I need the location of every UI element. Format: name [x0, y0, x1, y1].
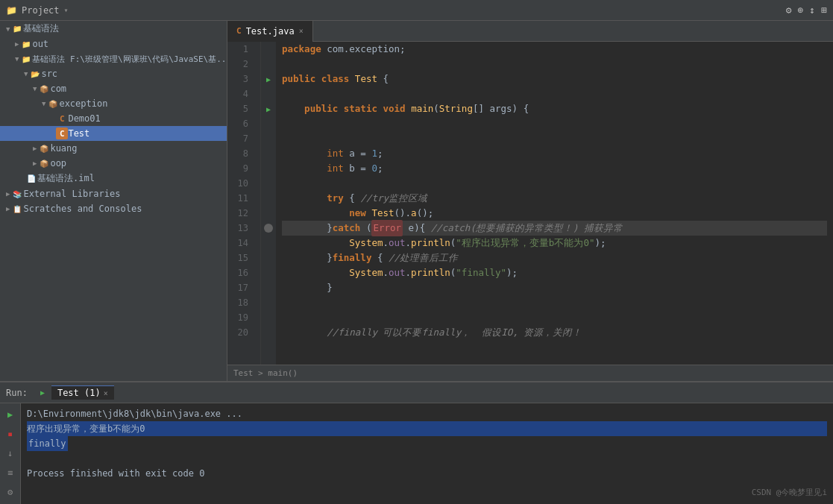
panel-content: ▶ ▪ ↓ ≡ ⚙ D:\Environment\jdk8\jdk\bin\ja…	[0, 403, 833, 504]
split-icon[interactable]: ↕	[809, 4, 815, 16]
sidebar-item-label: 基础语法	[23, 22, 59, 35]
code-line-1: package com.exception;	[282, 42, 827, 57]
line-num-17: 17	[227, 280, 254, 295]
java-file-icon: C	[236, 26, 242, 36]
line-num-9: 9	[227, 161, 254, 176]
stop-button[interactable]: ▪	[2, 426, 19, 442]
sidebar-item-oop[interactable]: ▶ 📦 oop	[0, 156, 227, 171]
line-num-7: 7	[227, 131, 254, 146]
sidebar-item-src[interactable]: ▼ 📂 src	[0, 66, 227, 81]
sidebar-item-exception[interactable]: ▼ 📦 exception	[0, 96, 227, 111]
code-line-20: //finally 可以不要finally， 假设IO, 资源，关闭！	[282, 325, 827, 340]
chevron-down-icon: ▼	[15, 55, 19, 63]
run-button[interactable]: ▶	[2, 406, 19, 423]
code-line-17: }	[282, 280, 827, 295]
sidebar-item-out[interactable]: ▶ 📁 out	[0, 37, 227, 51]
chevron-down-icon: ▼	[24, 70, 28, 78]
sidebar-item-label: Test	[68, 128, 89, 139]
toolbar-dropdown-icon[interactable]: ▾	[64, 6, 69, 14]
java-class-icon: C	[56, 127, 68, 139]
wrap-button[interactable]: ≡	[2, 464, 19, 481]
sidebar-item-label: out	[32, 39, 48, 49]
sidebar-item-label: External Libraries	[23, 189, 120, 199]
folder-icon: 📁	[20, 53, 32, 65]
sidebar-item-jichuyufa[interactable]: ▼ 📁 基础语法	[0, 21, 227, 37]
code-line-16: System.out.println("finally");	[282, 265, 827, 280]
tab-close-button[interactable]: ×	[299, 27, 304, 35]
console-line-3: finally	[27, 436, 827, 451]
editor-tab-test[interactable]: C Test.java ×	[227, 21, 313, 42]
code-line-11: try { //try监控区域	[282, 191, 827, 206]
package-icon: 📦	[38, 157, 50, 169]
sidebar-item-label: oop	[50, 158, 66, 168]
breadcrumb-path: Test > main()	[233, 368, 298, 378]
cloud-icon[interactable]: ⊕	[798, 4, 804, 16]
console-tab-test[interactable]: Test (1) ×	[51, 385, 114, 400]
console-output: D:\Environment\jdk8\jdk\bin\java.exe ...…	[21, 403, 833, 504]
sidebar-item-external-libraries[interactable]: ▶ 📚 External Libraries	[0, 186, 227, 201]
editor-tab-bar: C Test.java ×	[227, 21, 833, 42]
run-label: Run:	[6, 388, 28, 398]
sidebar-item-label: kuang	[50, 143, 77, 154]
settings-icon[interactable]: ⚙	[786, 4, 792, 16]
chevron-right-icon: ▶	[6, 190, 10, 198]
code-line-15: }finally { //处理善后工作	[282, 251, 827, 265]
sidebar-item-label: 基础语法 F:\班级管理\网课班\代码\JavaSE\基...	[32, 54, 227, 65]
line-num-1: 1	[227, 42, 254, 57]
sidebar-item-kuang[interactable]: ▶ 📦 kuang	[0, 141, 227, 156]
line-num-2: 2	[227, 57, 254, 72]
toolbar-left: 📁 Project ▾	[6, 5, 69, 16]
console-error-text: 程序出现异常，变量b不能为0	[27, 421, 145, 436]
panel-tab-bar: Run: ▶ Test (1) ×	[0, 382, 833, 403]
java-class-icon: C	[56, 113, 68, 125]
line-num-8: 8	[227, 146, 254, 161]
sidebar-item-com[interactable]: ▼ 📦 com	[0, 81, 227, 96]
console-path-text: D:\Environment\jdk8\jdk\bin\java.exe ...	[27, 406, 242, 421]
code-line-9: int b = 0;	[282, 161, 827, 176]
line-num-13: 13	[227, 221, 254, 236]
toolbar-icons: ⚙ ⊕ ↕ ⊞	[786, 4, 827, 16]
code-content[interactable]: package com.exception; public class Test…	[276, 42, 833, 365]
sidebar-item-scratches[interactable]: ▶ 📋 Scratches and Consoles	[0, 201, 227, 216]
sidebar-item-label: exception	[59, 98, 107, 109]
process-finished-text: Process finished with exit code 0	[27, 466, 204, 481]
main-area: ▼ 📁 基础语法 ▶ 📁 out ▼ 📁 基础语法 F:\班级管理\网课班\代码…	[0, 21, 833, 381]
breadcrumb: Test > main()	[227, 365, 833, 381]
run-arrow-line3[interactable]: ▶	[261, 72, 276, 86]
code-line-6	[282, 116, 827, 131]
code-line-3: public class Test {	[282, 72, 827, 86]
sidebar-item-jichuyufa-path[interactable]: ▼ 📁 基础语法 F:\班级管理\网课班\代码\JavaSE\基...	[0, 51, 227, 66]
line-num-15: 15	[227, 251, 254, 265]
package-icon: 📦	[47, 98, 59, 110]
sidebar-tree: ▼ 📁 基础语法 ▶ 📁 out ▼ 📁 基础语法 F:\班级管理\网课班\代码…	[0, 21, 227, 381]
line-num-6: 6	[227, 116, 254, 131]
line-num-10: 10	[227, 176, 254, 191]
code-line-18	[282, 295, 827, 310]
sidebar-item-label: Scratches and Consoles	[23, 204, 142, 214]
package-icon: 📦	[38, 142, 50, 154]
console-tab-label: Test (1)	[57, 388, 101, 398]
scroll-down-button[interactable]: ↓	[2, 445, 19, 462]
line-num-18: 18	[227, 295, 254, 310]
chevron-down-icon: ▼	[42, 100, 45, 107]
tab-filename: Test.java	[246, 26, 295, 37]
line-num-16: 16	[227, 265, 254, 280]
bottom-panel: Run: ▶ Test (1) × ▶ ▪ ↓ ≡ ⚙ D:\Environme…	[0, 381, 833, 504]
sidebar-item-test[interactable]: ▶ C Test	[0, 126, 227, 141]
line-num-14: 14	[227, 236, 254, 251]
line-num-19: 19	[227, 310, 254, 325]
breakpoint-indicator	[264, 224, 273, 233]
sidebar-item-demo01[interactable]: ▶ C Demo01	[0, 111, 227, 126]
line-num-4: 4	[227, 86, 254, 101]
layout-icon[interactable]: ⊞	[821, 4, 827, 16]
code-editor[interactable]: 1 2 3 4 5 6 7 8 9 10 11 12 13 14 15 16 1…	[227, 42, 833, 365]
sidebar-item-label: com	[50, 84, 66, 94]
console-tab-close[interactable]: ×	[104, 389, 108, 397]
chevron-right-icon: ▶	[15, 40, 19, 48]
main-toolbar: 📁 Project ▾ ⚙ ⊕ ↕ ⊞	[0, 0, 833, 21]
settings-button[interactable]: ⚙	[2, 484, 19, 500]
sidebar-item-iml[interactable]: 📄 基础语法.iml	[0, 171, 227, 186]
run-arrow-line5[interactable]: ▶	[261, 101, 276, 116]
code-line-10	[282, 176, 827, 191]
code-line-5: public static void main(String[] args) {	[282, 101, 827, 116]
